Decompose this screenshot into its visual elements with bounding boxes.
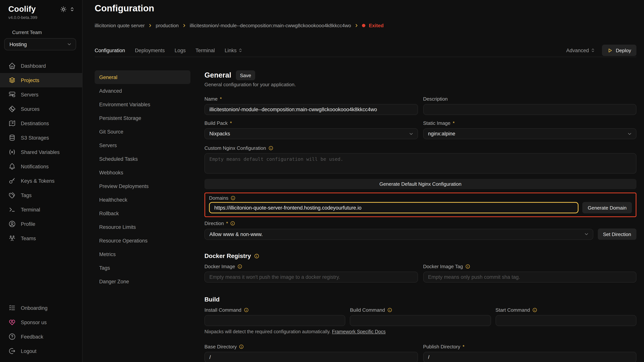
breadcrumb-environment[interactable]: production xyxy=(156,23,178,28)
required-asterisk: * xyxy=(230,120,232,126)
domains-field[interactable] xyxy=(209,202,579,213)
current-team-label: Current Team xyxy=(4,20,82,35)
nginx-config-label: Custom Nginx Configuration xyxy=(204,145,636,151)
required-asterisk: * xyxy=(463,344,464,350)
docker-image-tag-field[interactable] xyxy=(423,272,636,283)
subnav-scheduled-tasks[interactable]: Scheduled Tasks xyxy=(95,152,190,166)
generate-domain-button[interactable]: Generate Domain xyxy=(582,202,632,213)
publish-directory-label: Publish Directory* xyxy=(423,344,636,350)
sidebar-item-profile[interactable]: Profile xyxy=(0,217,82,231)
docker-image-tag-label: Docker Image Tag xyxy=(423,263,636,270)
set-direction-button[interactable]: Set Direction xyxy=(598,229,636,240)
tab-logs[interactable]: Logs xyxy=(174,47,186,53)
sidebar-item-terminal[interactable]: Terminal xyxy=(0,202,82,217)
info-icon xyxy=(532,308,537,313)
chevron-right-icon xyxy=(182,23,186,28)
info-icon xyxy=(231,196,236,200)
section-subtitle: General configuration for your applicati… xyxy=(204,82,636,87)
sidebar-item-dashboard[interactable]: Dashboard xyxy=(0,59,82,73)
save-button[interactable]: Save xyxy=(236,70,255,80)
sidebar-item-keys-tokens[interactable]: Keys & Tokens xyxy=(0,174,82,188)
sidebar-item-sources[interactable]: Sources xyxy=(0,102,82,116)
nixpacks-note: Nixpacks will detect the required config… xyxy=(204,329,636,334)
sidebar-item-projects[interactable]: Projects xyxy=(0,73,82,87)
theme-selector-icon[interactable] xyxy=(70,6,74,11)
logout-icon xyxy=(8,347,16,355)
build-command-field[interactable] xyxy=(350,315,491,326)
tab-links[interactable]: Links xyxy=(225,47,243,53)
settings-subnav: General Advanced Environment Variables P… xyxy=(95,70,190,288)
team-select[interactable]: Hosting xyxy=(4,38,76,50)
users-icon xyxy=(8,235,16,242)
chevron-down-icon xyxy=(408,131,414,136)
build-pack-select[interactable]: Nixpacks xyxy=(204,128,418,139)
start-command-label: Start Command xyxy=(496,307,636,313)
info-icon xyxy=(244,308,248,313)
variables-icon xyxy=(8,148,16,156)
static-image-select[interactable]: nginx:alpine xyxy=(423,128,636,139)
direction-select[interactable]: Allow www & non-www. xyxy=(204,229,593,240)
subnav-metrics[interactable]: Metrics xyxy=(95,247,190,261)
home-icon xyxy=(8,62,16,70)
advanced-menu[interactable]: Advanced xyxy=(566,47,595,53)
required-asterisk: * xyxy=(226,221,228,226)
app-version: v4.0.0-beta.399 xyxy=(0,14,82,20)
sidebar-nav: Dashboard Projects Servers Sources Desti… xyxy=(0,59,82,301)
sidebar-item-s3-storages[interactable]: S3 Storages xyxy=(0,130,82,145)
heart-icon xyxy=(8,319,16,326)
theme-sun-icon[interactable] xyxy=(60,6,67,12)
tab-deployments[interactable]: Deployments xyxy=(135,47,165,53)
app-logo[interactable]: Coolify xyxy=(8,4,36,14)
install-command-label: Install Command xyxy=(204,307,346,313)
build-pack-label: Build Pack* xyxy=(204,120,418,126)
start-command-field[interactable] xyxy=(496,315,636,326)
main-area: Configuration illicitonion quote server … xyxy=(82,0,644,362)
subnav-healthcheck[interactable]: Healthcheck xyxy=(95,193,190,207)
install-command-field[interactable] xyxy=(204,315,346,326)
sidebar-item-feedback[interactable]: Feedback xyxy=(0,330,82,344)
subnav-rollback[interactable]: Rollback xyxy=(95,207,190,220)
subnav-general[interactable]: General xyxy=(95,70,190,84)
framework-docs-link[interactable]: Framework Specific Docs xyxy=(332,329,386,334)
name-field[interactable] xyxy=(204,104,418,115)
subnav-advanced[interactable]: Advanced xyxy=(95,84,190,98)
subnav-environment-variables[interactable]: Environment Variables xyxy=(95,98,190,111)
tab-terminal[interactable]: Terminal xyxy=(196,47,215,53)
sidebar-item-onboarding[interactable]: Onboarding xyxy=(0,301,82,315)
coolify-app: Coolify v4.0.0-beta.399 Current Team Hos… xyxy=(0,0,644,362)
subnav-servers[interactable]: Servers xyxy=(95,138,190,152)
info-icon xyxy=(238,264,242,269)
sidebar-item-notifications[interactable]: Notifications xyxy=(0,159,82,174)
subnav-danger-zone[interactable]: Danger Zone xyxy=(95,275,190,288)
sidebar-item-sponsor[interactable]: Sponsor us xyxy=(0,315,82,330)
generate-nginx-button[interactable]: Generate Default Nginx Configuration xyxy=(204,179,636,189)
subnav-resource-limits[interactable]: Resource Limits xyxy=(95,220,190,234)
docker-image-field[interactable] xyxy=(204,272,418,283)
breadcrumb-application[interactable]: illicitestonion/-module--decomposition:m… xyxy=(190,23,351,28)
subnav-git-source[interactable]: Git Source xyxy=(95,125,190,138)
tab-configuration[interactable]: Configuration xyxy=(95,47,125,53)
publish-directory-field[interactable] xyxy=(423,352,636,362)
subnav-persistent-storage[interactable]: Persistent Storage xyxy=(95,111,190,125)
breadcrumb-project[interactable]: illicitonion quote server xyxy=(95,23,145,28)
sidebar-item-servers[interactable]: Servers xyxy=(0,87,82,102)
sidebar-item-logout[interactable]: Logout xyxy=(0,344,82,358)
subnav-tags[interactable]: Tags xyxy=(95,261,190,275)
domains-label: Domains xyxy=(209,195,632,201)
subnav-resource-operations[interactable]: Resource Operations xyxy=(95,234,190,247)
chevron-right-icon xyxy=(354,23,359,28)
sidebar-item-teams[interactable]: Teams xyxy=(0,231,82,246)
layers-icon xyxy=(8,76,16,84)
description-field[interactable] xyxy=(423,104,636,115)
subnav-preview-deployments[interactable]: Preview Deployments xyxy=(95,179,190,193)
base-directory-field[interactable] xyxy=(204,352,418,362)
subnav-webhooks[interactable]: Webhooks xyxy=(95,166,190,179)
sidebar-item-shared-variables[interactable]: Shared Variables xyxy=(0,145,82,159)
sidebar-item-tags[interactable]: Tags xyxy=(0,188,82,202)
nginx-config-textarea[interactable] xyxy=(204,153,636,174)
chevron-right-icon xyxy=(148,23,152,28)
chevron-down-icon xyxy=(627,131,632,136)
sidebar-item-destinations[interactable]: Destinations xyxy=(0,116,82,130)
deploy-button[interactable]: Deploy xyxy=(602,45,636,56)
database-icon xyxy=(8,134,16,141)
